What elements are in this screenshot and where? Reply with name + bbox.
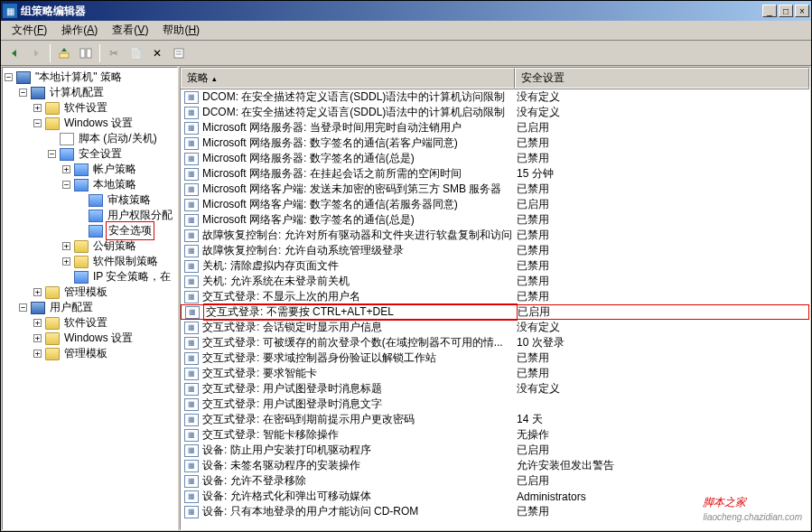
tree-node-softwareSettings[interactable]: +软件设置	[5, 100, 175, 116]
folder-icon	[45, 286, 60, 299]
tree-pane[interactable]: −"本地计算机" 策略−计算机配置+软件设置−Windows 设置脚本 (启动/…	[2, 67, 178, 530]
minimize-button[interactable]: _	[762, 5, 777, 17]
tree-node-windowsSettings[interactable]: +Windows 设置	[5, 331, 175, 346]
policy-value: 已禁用	[517, 258, 809, 274]
policy-row[interactable]: ▦Microsoft 网络客户端: 数字签名的通信(总是)已禁用	[181, 212, 809, 228]
policy-row[interactable]: ▦Microsoft 网络服务器: 数字签名的通信(若客户端同意)已禁用	[181, 135, 809, 151]
policy-icon: ▦	[184, 398, 199, 411]
policy-row[interactable]: ▦交互式登录: 用户试图登录时消息标题没有定义	[181, 381, 809, 397]
policy-row[interactable]: ▦设备: 未签名驱动程序的安装操作允许安装但发出警告	[181, 458, 809, 473]
policy-row[interactable]: ▦交互式登录: 智能卡移除操作无操作	[181, 427, 809, 443]
tree-node-securitySettings[interactable]: −安全设置	[5, 146, 175, 162]
tree-node-publicKey[interactable]: +公钥策略	[5, 238, 175, 254]
blue-folder-icon	[74, 271, 89, 284]
policy-row[interactable]: ▦交互式登录: 在密码到期前提示用户更改密码14 天	[181, 412, 809, 427]
tree-node-scripts[interactable]: 脚本 (启动/关机)	[5, 131, 175, 146]
col-setting[interactable]: 安全设置	[515, 68, 809, 89]
expand-icon[interactable]: −	[19, 303, 27, 312]
tree-node-softwareSettings[interactable]: +软件设置	[5, 315, 175, 331]
expand-icon[interactable]: −	[33, 119, 42, 127]
expand-icon[interactable]: −	[19, 89, 27, 97]
policy-value: 已启用	[518, 304, 807, 320]
properties-button[interactable]	[169, 43, 189, 63]
policy-row[interactable]: ▦交互式登录: 要求智能卡已禁用	[181, 366, 809, 381]
policy-name: 交互式登录: 要求域控制器身份验证以解锁工作站	[202, 350, 517, 366]
expand-icon[interactable]: +	[62, 165, 70, 173]
svg-rect-0	[60, 53, 69, 58]
col-policy[interactable]: 策略	[181, 68, 515, 89]
policy-row[interactable]: ▦DCOM: 在安全描述符定义语言(SDDL)语法中的计算机启动限制没有定义	[181, 105, 809, 120]
policy-name: 设备: 允许不登录移除	[202, 473, 517, 489]
close-button[interactable]: ×	[795, 5, 809, 17]
nodeicon-icon	[31, 302, 45, 314]
policy-icon: ▦	[185, 306, 200, 319]
tree-node-windowsSettings[interactable]: −Windows 设置	[5, 116, 175, 131]
policy-name: 关机: 允许系统在未登录前关机	[202, 274, 517, 289]
policy-row[interactable]: ▦设备: 允许不登录移除已启用	[181, 473, 809, 489]
policy-row[interactable]: ▦关机: 清除虚拟内存页面文件已禁用	[181, 258, 809, 274]
expand-icon[interactable]: −	[5, 73, 13, 81]
tree-node-accountPolicy[interactable]: +帐户策略	[5, 162, 175, 177]
policy-row[interactable]: ▦设备: 只有本地登录的用户才能访问 CD-ROM已禁用	[181, 504, 809, 519]
policy-row[interactable]: ▦交互式登录: 可被缓存的前次登录个数(在域控制器不可用的情...10 次登录	[181, 335, 809, 350]
menu-file[interactable]: 文件(F)	[5, 21, 54, 40]
tree-node-auditPolicy[interactable]: 审核策略	[5, 192, 175, 208]
policy-row[interactable]: ▦设备: 允许格式化和弹出可移动媒体Administrators	[181, 489, 809, 504]
policy-row[interactable]: ▦设备: 防止用户安装打印机驱动程序已启用	[181, 443, 809, 458]
policy-row[interactable]: ▦关机: 允许系统在未登录前关机已禁用	[181, 274, 809, 289]
policy-value: Administrators	[517, 490, 809, 503]
main-splitter: −"本地计算机" 策略−计算机配置+软件设置−Windows 设置脚本 (启动/…	[1, 66, 811, 531]
policy-row[interactable]: ▦Microsoft 网络客户端: 发送未加密的密码到第三方 SMB 服务器已禁…	[181, 182, 809, 197]
policy-row[interactable]: ▦Microsoft 网络服务器: 当登录时间用完时自动注销用户已启用	[181, 120, 809, 135]
expand-icon[interactable]: +	[33, 350, 42, 358]
expand-icon[interactable]: −	[62, 181, 70, 189]
policy-row[interactable]: ▦交互式登录: 用户试图登录时消息文字	[181, 397, 809, 412]
tree-node-localPolicy[interactable]: −本地策略	[5, 177, 175, 192]
policy-row[interactable]: ▦Microsoft 网络服务器: 在挂起会话之前所需的空闲时间15 分钟	[181, 166, 809, 182]
policy-row[interactable]: ▦Microsoft 网络服务器: 数字签名的通信(总是)已禁用	[181, 151, 809, 166]
policy-value: 已启用	[517, 197, 809, 212]
tree-node-root[interactable]: −"本地计算机" 策略	[5, 70, 175, 85]
policy-row[interactable]: ▦交互式登录: 不显示上次的用户名已禁用	[181, 289, 809, 304]
delete-button[interactable]: ✕	[147, 43, 167, 63]
menu-view[interactable]: 查看(V)	[105, 21, 155, 40]
show-hide-button[interactable]	[76, 43, 96, 63]
policy-icon: ▦	[184, 168, 199, 181]
tree-node-adminTemplates[interactable]: +管理模板	[5, 285, 175, 300]
policy-row[interactable]: ▦故障恢复控制台: 允许对所有驱动器和文件夹进行软盘复制和访问已禁用	[181, 228, 809, 243]
up-button[interactable]	[54, 43, 74, 63]
expand-icon[interactable]: +	[33, 288, 42, 296]
policy-row[interactable]: ▦Microsoft 网络客户端: 数字签名的通信(若服务器同意)已启用	[181, 197, 809, 212]
policy-row[interactable]: ▦交互式登录: 要求域控制器身份验证以解锁工作站已禁用	[181, 350, 809, 366]
tree-node-softwareRestriction[interactable]: +软件限制策略	[5, 254, 175, 269]
menu-help[interactable]: 帮助(H)	[155, 21, 207, 40]
policy-icon: ▦	[184, 475, 199, 488]
policy-row[interactable]: ▦故障恢复控制台: 允许自动系统管理级登录已禁用	[181, 243, 809, 258]
policy-value: 已启用	[517, 473, 809, 489]
tree-node-userConfig[interactable]: −用户配置	[5, 300, 175, 315]
list-header: 策略 安全设置	[181, 68, 809, 89]
back-button[interactable]	[5, 43, 24, 63]
expand-icon[interactable]: +	[33, 104, 42, 112]
maximize-button[interactable]: □	[779, 5, 793, 17]
menu-action[interactable]: 操作(A)	[54, 21, 105, 40]
policy-row[interactable]: ▦DCOM: 在安全描述符定义语言(SDDL)语法中的计算机访问限制没有定义	[181, 89, 809, 105]
policy-icon: ▦	[184, 260, 199, 273]
policy-row[interactable]: ▦交互式登录: 不需要按 CTRL+ALT+DEL已启用	[181, 304, 809, 320]
tree-node-securityOptions[interactable]: 安全选项	[5, 223, 175, 238]
tree-node-adminTemplates[interactable]: +管理模板	[5, 346, 175, 361]
policy-value: 已禁用	[517, 243, 809, 258]
folder-icon	[74, 256, 89, 268]
expand-icon[interactable]: +	[62, 242, 70, 250]
expand-icon[interactable]: +	[33, 334, 42, 342]
tree-node-computerConfig[interactable]: −计算机配置	[5, 85, 175, 100]
tree-node-ipSecurity[interactable]: IP 安全策略，在	[5, 269, 175, 285]
policy-row[interactable]: ▦交互式登录: 会话锁定时显示用户信息没有定义	[181, 320, 809, 335]
expand-icon[interactable]: −	[48, 150, 56, 158]
menubar: 文件(F) 操作(A) 查看(V) 帮助(H)	[1, 21, 811, 41]
scripticon-icon	[60, 133, 74, 145]
expand-icon[interactable]: +	[33, 319, 42, 327]
expand-icon[interactable]: +	[62, 257, 70, 266]
list-pane[interactable]: 策略 安全设置 ▦DCOM: 在安全描述符定义语言(SDDL)语法中的计算机访问…	[180, 67, 810, 530]
policy-icon: ▦	[184, 429, 199, 442]
